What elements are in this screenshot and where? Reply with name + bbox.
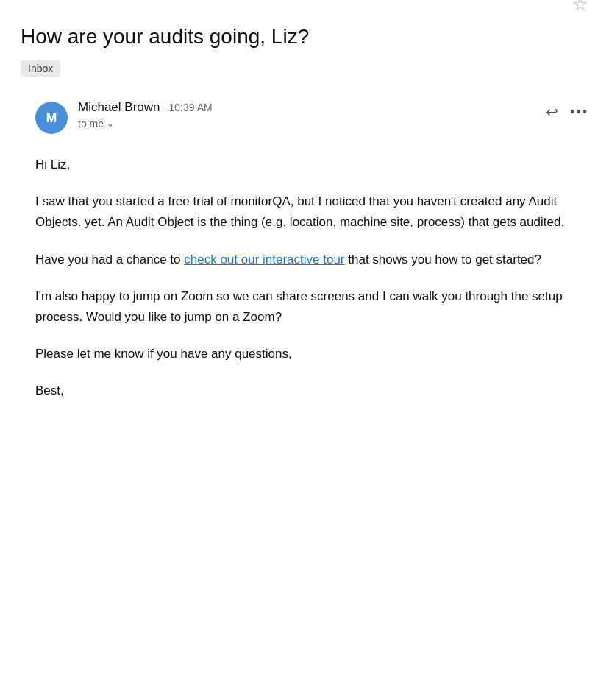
interactive-tour-link[interactable]: check out our interactive tour [184, 252, 344, 266]
paragraph2-after-link: that shows you how to get started? [345, 252, 541, 266]
sender-info: Michael Brown 10:39 AM to me ⌄ [78, 100, 546, 130]
email-subject: How are your audits going, Liz? [21, 24, 309, 50]
email-body: Hi Liz, I saw that you started a free tr… [21, 155, 588, 400]
send-time: 10:39 AM [169, 102, 213, 113]
more-options-button[interactable]: ••• [570, 105, 588, 120]
paragraph4: Please let me know if you have any quest… [35, 344, 588, 364]
star-button[interactable]: ☆ [572, 0, 588, 15]
to-me-label: to me [78, 118, 104, 130]
greeting: Hi Liz, [35, 155, 588, 175]
sender-name: Michael Brown [78, 100, 160, 115]
inbox-badge[interactable]: Inbox [21, 60, 60, 77]
header-actions: ↩ ••• [546, 100, 588, 121]
paragraph2-before-link: Have you had a chance to [35, 252, 184, 266]
paragraph2: Have you had a chance to check out our i… [35, 250, 588, 270]
reply-button[interactable]: ↩ [546, 103, 558, 121]
chevron-down-icon[interactable]: ⌄ [107, 119, 114, 129]
paragraph3: I'm also happy to jump on Zoom so we can… [35, 286, 588, 328]
paragraph5: Best, [35, 381, 588, 401]
avatar: M [35, 102, 68, 134]
paragraph1: I saw that you started a free trial of m… [35, 191, 588, 233]
